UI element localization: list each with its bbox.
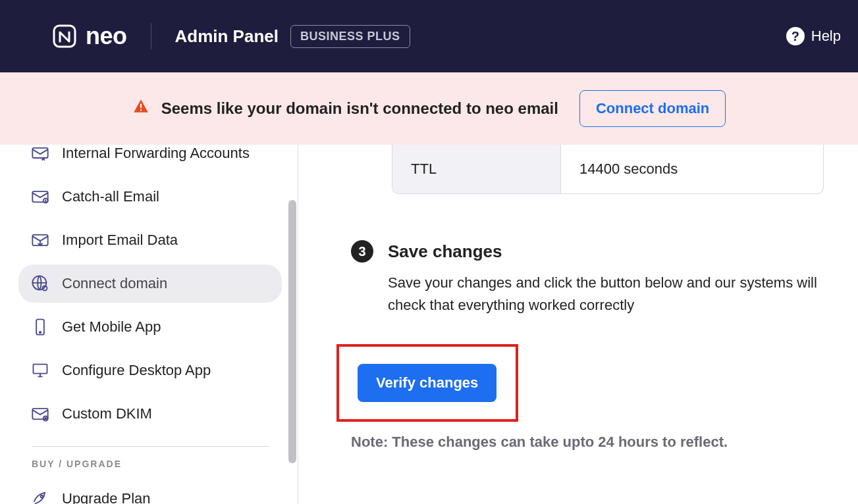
globe-gear-icon xyxy=(30,274,50,293)
banner-text: Seems like your domain isn't connected t… xyxy=(161,99,558,118)
sidebar-item-label: Get Mobile App xyxy=(62,318,161,336)
catchall-icon xyxy=(30,187,50,207)
brand-name: neo xyxy=(86,22,127,50)
warning-icon xyxy=(132,98,149,119)
sidebar: Internal Forwarding Accounts Catch-all E… xyxy=(0,145,298,504)
verify-highlight-box: Verify changes xyxy=(336,344,518,422)
sidebar-section-label: BUY / UPGRADE xyxy=(18,459,282,474)
step-description: Save your changes and click the button b… xyxy=(388,272,822,316)
svg-rect-1 xyxy=(140,104,142,109)
sidebar-item-internal-forwarding[interactable]: Internal Forwarding Accounts xyxy=(18,145,282,172)
dns-record-row: TTL 14400 seconds xyxy=(392,145,824,194)
step-number-badge: 3 xyxy=(351,240,373,263)
warning-banner: Seems like your domain isn't connected t… xyxy=(0,72,858,145)
step-title: Save changes xyxy=(388,241,502,262)
sidebar-item-upgrade-plan[interactable]: Upgrade Plan xyxy=(18,480,282,504)
dns-val-ttl: 14400 seconds xyxy=(561,145,823,193)
sidebar-divider xyxy=(32,446,269,447)
sidebar-item-label: Import Email Data xyxy=(62,232,178,249)
dns-key-ttl: TTL xyxy=(392,145,561,193)
app-header: neo Admin Panel BUSINESS PLUS ? Help xyxy=(0,0,858,72)
help-icon: ? xyxy=(786,27,805,45)
upgrade-icon xyxy=(30,489,50,504)
sidebar-item-mobile-app[interactable]: Get Mobile App xyxy=(18,308,282,346)
svg-point-10 xyxy=(40,332,41,333)
svg-point-14 xyxy=(45,418,46,419)
sidebar-item-label: Internal Forwarding Accounts xyxy=(62,145,250,162)
main-content: TTL 14400 seconds 3 Save changes Save yo… xyxy=(298,145,858,504)
neo-logo-icon xyxy=(51,23,78,49)
panel-title: Admin Panel xyxy=(175,26,279,47)
verify-changes-button[interactable]: Verify changes xyxy=(358,364,496,402)
mobile-icon xyxy=(30,317,50,337)
sidebar-item-connect-domain[interactable]: Connect domain xyxy=(18,265,282,303)
step-header: 3 Save changes xyxy=(351,240,858,263)
sidebar-item-label: Configure Desktop App xyxy=(62,362,211,379)
svg-rect-11 xyxy=(34,365,47,374)
plan-badge: BUSINESS PLUS xyxy=(290,25,410,48)
help-label: Help xyxy=(811,28,841,45)
sidebar-item-label: Connect domain xyxy=(62,275,167,292)
sidebar-item-import-email[interactable]: Import Email Data xyxy=(18,221,282,259)
sidebar-item-catchall[interactable]: Catch-all Email xyxy=(18,178,282,216)
dkim-icon xyxy=(30,404,50,424)
connect-domain-button[interactable]: Connect domain xyxy=(579,90,726,127)
sidebar-item-label: Upgrade Plan xyxy=(62,490,151,504)
forwarding-icon xyxy=(30,145,50,163)
svg-rect-3 xyxy=(32,148,47,158)
svg-point-15 xyxy=(41,495,43,498)
sidebar-item-label: Catch-all Email xyxy=(62,188,159,205)
propagation-note: Note: These changes can take upto 24 hou… xyxy=(351,434,858,451)
sidebar-item-desktop-app[interactable]: Configure Desktop App xyxy=(18,351,282,390)
desktop-icon xyxy=(30,361,50,380)
header-divider xyxy=(151,23,151,49)
brand-logo[interactable]: neo xyxy=(51,22,127,50)
sidebar-item-label: Custom DKIM xyxy=(62,405,152,422)
svg-rect-2 xyxy=(140,109,142,111)
sidebar-item-dkim[interactable]: Custom DKIM xyxy=(18,395,282,433)
help-link[interactable]: ? Help xyxy=(786,27,841,45)
import-icon xyxy=(30,230,50,250)
sidebar-scrollbar[interactable] xyxy=(288,200,296,463)
